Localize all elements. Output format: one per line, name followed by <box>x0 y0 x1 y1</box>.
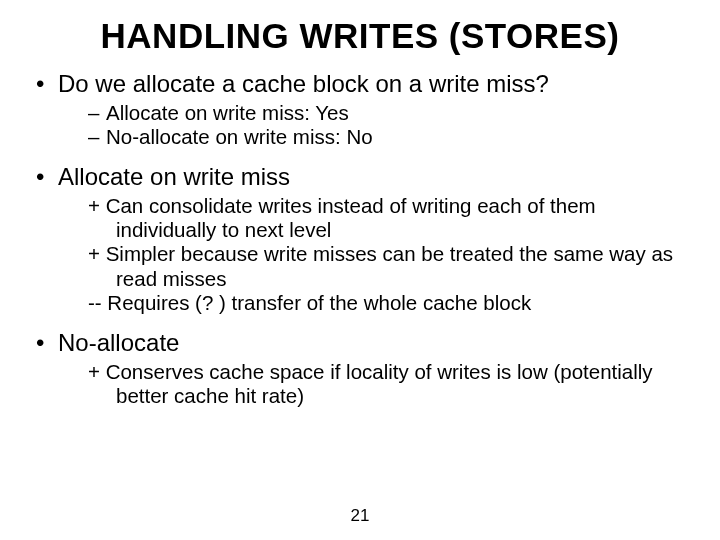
bullet-3-sub-1: + Conserves cache space if locality of w… <box>88 360 690 408</box>
slide-title: HANDLING WRITES (STORES) <box>30 16 690 56</box>
bullet-1: Do we allocate a cache block on a write … <box>36 70 690 149</box>
bullet-2: Allocate on write miss + Can consolidate… <box>36 163 690 315</box>
bullet-2-sub-1: + Can consolidate writes instead of writ… <box>88 194 690 242</box>
bullet-1-sub-2: No-allocate on write miss: No <box>88 125 690 149</box>
bullet-2-sub-3: -- Requires (? ) transfer of the whole c… <box>88 291 690 315</box>
bullet-2-sub-2: + Simpler because write misses can be tr… <box>88 242 690 290</box>
bullet-3-text: No-allocate <box>58 329 179 356</box>
bullet-1-sub-1: Allocate on write miss: Yes <box>88 101 690 125</box>
bullet-3: No-allocate + Conserves cache space if l… <box>36 329 690 408</box>
bullet-3-sublist: + Conserves cache space if locality of w… <box>58 360 690 408</box>
page-number: 21 <box>0 506 720 526</box>
bullet-2-sublist: + Can consolidate writes instead of writ… <box>58 194 690 315</box>
bullet-1-sublist: Allocate on write miss: Yes No-allocate … <box>58 101 690 149</box>
bullet-1-text: Do we allocate a cache block on a write … <box>58 70 549 97</box>
bullet-list: Do we allocate a cache block on a write … <box>30 70 690 408</box>
slide: HANDLING WRITES (STORES) Do we allocate … <box>0 0 720 540</box>
bullet-2-text: Allocate on write miss <box>58 163 290 190</box>
